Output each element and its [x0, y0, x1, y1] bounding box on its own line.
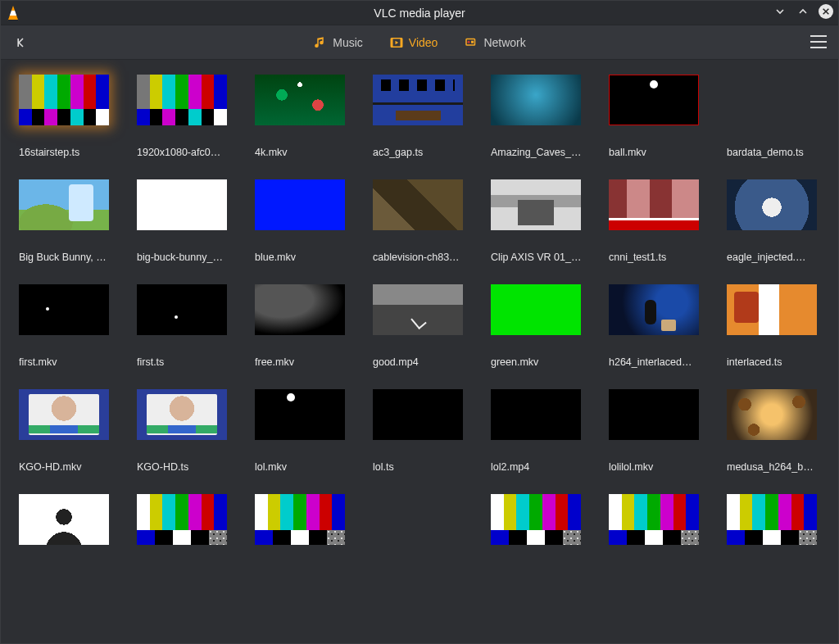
thumbnail [19, 75, 109, 125]
thumbnail [727, 75, 817, 125]
thumbnail [255, 179, 345, 230]
thumbnail [491, 179, 581, 230]
thumbnail [373, 494, 463, 545]
media-item[interactable]: good.mp4 [373, 284, 481, 368]
thumbnail [609, 284, 699, 335]
media-filename: interlaced.ts [727, 356, 825, 368]
thumbnail [137, 75, 227, 125]
media-filename: good.mp4 [373, 356, 471, 368]
media-filename: medusa_h264_b… [727, 461, 825, 473]
media-filename: 16stairstep.ts [19, 147, 117, 158]
media-item[interactable]: big-buck-bunny_… [137, 179, 245, 263]
media-item[interactable] [137, 494, 245, 566]
media-item[interactable]: ball.mkv [609, 75, 717, 158]
media-item[interactable]: lolilol.mkv [609, 389, 717, 473]
media-item[interactable] [491, 494, 599, 566]
thumbnail [491, 494, 581, 545]
media-filename: lol.mkv [255, 461, 353, 473]
thumbnail [373, 75, 463, 125]
minimize-button[interactable] [773, 4, 787, 19]
media-filename: Big Buck Bunny, … [19, 252, 117, 263]
svg-rect-3 [400, 38, 401, 47]
media-grid[interactable]: 16stairstep.ts 1920x1080-afc0…4k.mkvac3_… [1, 60, 838, 643]
thumbnail [137, 284, 227, 335]
media-item[interactable]: free.mkv [255, 284, 363, 368]
close-button[interactable] [819, 4, 833, 19]
tab-video[interactable]: Video [388, 32, 440, 53]
svg-rect-2 [391, 38, 392, 47]
media-item[interactable]: cablevision-ch83… [373, 179, 481, 263]
media-filename: KGO-HD.ts [137, 461, 235, 473]
window-title: VLC media player [374, 7, 465, 20]
thumbnail [255, 494, 345, 545]
media-filename: first.mkv [19, 356, 117, 368]
media-item[interactable]: 4k.mkv [255, 75, 363, 158]
thumbnail [727, 389, 817, 440]
media-item[interactable]: 16stairstep.ts [19, 75, 127, 158]
media-item[interactable]: first.ts [137, 284, 245, 368]
media-filename: Amazing_Caves_… [491, 147, 589, 158]
media-item[interactable]: first.mkv [19, 284, 127, 368]
window-controls [773, 4, 833, 19]
media-item[interactable] [19, 494, 127, 566]
video-icon [389, 35, 404, 50]
media-item[interactable]: interlaced.ts [727, 284, 835, 368]
thumbnail [609, 389, 699, 440]
media-item[interactable] [255, 494, 363, 566]
svg-point-5 [468, 40, 470, 43]
media-item[interactable]: 1920x1080-afc0… [137, 75, 245, 158]
thumbnail [609, 494, 699, 545]
tab-label: Video [409, 36, 438, 49]
media-item[interactable]: cnni_test1.ts [609, 179, 717, 263]
thumbnail [137, 179, 227, 230]
media-item[interactable] [727, 494, 835, 566]
media-item[interactable] [373, 494, 481, 566]
menu-button[interactable] [810, 35, 827, 48]
media-item[interactable]: blue.mkv [255, 179, 363, 263]
thumbnail [373, 284, 463, 335]
media-item[interactable]: Amazing_Caves_… [491, 75, 599, 158]
media-filename: big-buck-bunny_… [137, 252, 235, 263]
media-item[interactable]: lol2.mp4 [491, 389, 599, 473]
thumbnail [727, 494, 817, 545]
media-item[interactable]: medusa_h264_b… [727, 389, 835, 473]
media-filename: eagle_injected.… [727, 252, 825, 263]
media-item[interactable]: eagle_injected.… [727, 179, 835, 263]
media-item[interactable] [609, 494, 717, 566]
thumbnail [137, 389, 227, 440]
thumbnail [491, 75, 581, 125]
media-filename: KGO-HD.mkv [19, 461, 117, 473]
media-filename: first.ts [137, 356, 235, 368]
media-item[interactable]: KGO-HD.ts [137, 389, 245, 473]
media-filename: blue.mkv [255, 252, 353, 263]
media-filename: lolilol.mkv [609, 461, 707, 473]
maximize-button[interactable] [796, 4, 810, 19]
thumbnail [373, 389, 463, 440]
content: 16stairstep.ts 1920x1080-afc0…4k.mkvac3_… [1, 60, 838, 643]
thumbnail [19, 389, 109, 440]
tab-music[interactable]: Music [311, 32, 365, 53]
media-item[interactable]: bardata_demo.ts [727, 75, 835, 158]
thumbnail [609, 179, 699, 230]
media-item[interactable]: h264_interlaced… [609, 284, 717, 368]
media-filename: lol.ts [373, 461, 471, 473]
thumbnail [609, 75, 699, 125]
tab-network[interactable]: Network [462, 32, 527, 53]
svg-rect-6 [471, 40, 474, 43]
thumbnail [255, 284, 345, 335]
media-item[interactable]: lol.mkv [255, 389, 363, 473]
app-window: VLC media player Music [0, 0, 839, 644]
media-item[interactable]: ac3_gap.ts [373, 75, 481, 158]
thumbnail [19, 179, 109, 230]
back-button[interactable] [16, 37, 27, 48]
media-item[interactable]: Big Buck Bunny, … [19, 179, 127, 263]
toolbar: Music Video Network [1, 25, 838, 60]
media-filename: 4k.mkv [255, 147, 353, 158]
media-item[interactable]: lol.ts [373, 389, 481, 473]
thumbnail [727, 284, 817, 335]
media-item[interactable]: KGO-HD.mkv [19, 389, 127, 473]
media-item[interactable]: green.mkv [491, 284, 599, 368]
media-filename: Clip AXIS VR 01_… [491, 252, 589, 263]
media-item[interactable]: Clip AXIS VR 01_… [491, 179, 599, 263]
media-filename: ball.mkv [609, 147, 707, 158]
